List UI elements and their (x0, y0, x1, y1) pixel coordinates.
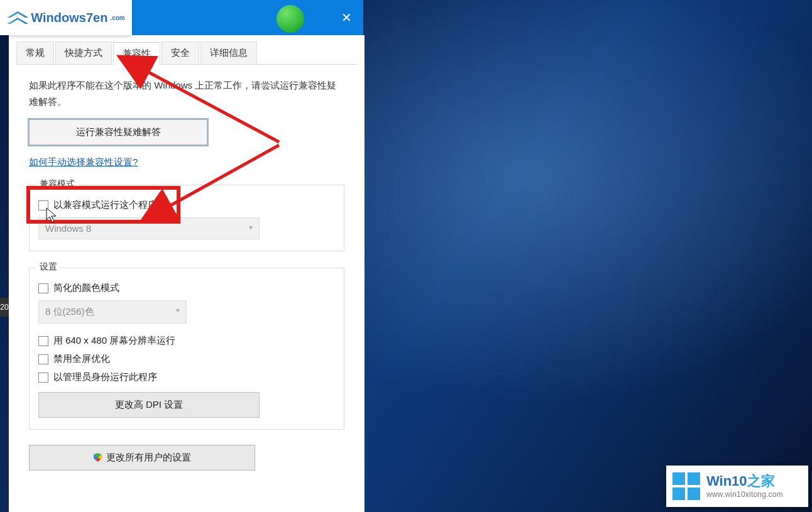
run-troubleshooter-button[interactable]: 运行兼容性疑难解答 (29, 119, 207, 145)
tab-details[interactable]: 详细信息 (200, 41, 257, 64)
close-icon: ✕ (341, 10, 352, 25)
low-res-checkbox[interactable] (38, 336, 48, 346)
disable-fullscreen-checkbox[interactable] (38, 354, 48, 364)
app-icon (277, 5, 304, 33)
windows7en-logo: Windows7en.com (7, 11, 124, 25)
change-all-users-button[interactable]: 更改所有用户的设置 (29, 445, 255, 471)
run-admin-row[interactable]: 以管理员身份运行此程序 (38, 371, 335, 383)
roof-icon (7, 11, 28, 24)
reduced-color-checkbox[interactable] (38, 283, 48, 293)
compat-mode-group: 兼容模式 以兼容模式运行这个程序: Windows 8 (29, 185, 344, 251)
compat-description: 如果此程序不能在这个版本的 Windows 上正常工作，请尝试运行兼容性疑难解答… (29, 77, 344, 109)
watermark-top-left: Windows7en.com (0, 0, 132, 35)
compat-mode-checkbox-label: 以兼容模式运行这个程序: (53, 199, 160, 211)
manual-compat-link[interactable]: 如何手动选择兼容性设置? (29, 156, 344, 168)
reduced-color-label: 简化的颜色模式 (53, 282, 119, 294)
watermark-br-url: www.win10xitong.com (706, 491, 783, 499)
watermark-tl-text: Windows7en (31, 11, 107, 25)
compat-mode-checkbox[interactable] (38, 200, 48, 210)
settings-legend: 设置 (36, 261, 61, 273)
left-edge-label: 20 (0, 298, 9, 317)
low-res-row[interactable]: 用 640 x 480 屏幕分辨率运行 (38, 335, 335, 347)
disable-fullscreen-row[interactable]: 禁用全屏优化 (38, 353, 335, 365)
low-res-label: 用 640 x 480 屏幕分辨率运行 (53, 335, 175, 347)
color-depth-select[interactable]: 8 位(256)色 (38, 300, 187, 324)
disable-fullscreen-label: 禁用全屏优化 (53, 353, 110, 365)
change-dpi-button[interactable]: 更改高 DPI 设置 (38, 392, 260, 418)
watermark-bottom-right: Win10之家 www.win10xitong.com (666, 466, 808, 507)
reduced-color-row[interactable]: 简化的颜色模式 (38, 282, 335, 294)
tab-bar: 常规 快捷方式 兼容性 安全 详细信息 (16, 41, 357, 65)
tab-general[interactable]: 常规 (16, 41, 54, 64)
windows-logo-icon (672, 472, 700, 500)
properties-dialog: 常规 快捷方式 兼容性 安全 详细信息 如果此程序不能在这个版本的 Window… (9, 35, 365, 512)
tab-shortcut[interactable]: 快捷方式 (55, 41, 112, 64)
run-admin-label: 以管理员身份运行此程序 (53, 371, 157, 383)
dialog-body: 如果此程序不能在这个版本的 Windows 上正常工作，请尝试运行兼容性疑难解答… (16, 77, 357, 471)
settings-group: 设置 简化的颜色模式 8 位(256)色 用 640 x 480 屏幕分辨率运行… (29, 268, 344, 430)
watermark-tl-com: .com (110, 14, 124, 21)
tab-security[interactable]: 安全 (162, 41, 199, 64)
compat-os-select[interactable]: Windows 8 (38, 217, 260, 239)
run-admin-checkbox[interactable] (38, 373, 48, 383)
shield-icon (94, 453, 102, 462)
tab-compatibility[interactable]: 兼容性 (113, 42, 160, 65)
compat-mode-legend: 兼容模式 (36, 178, 79, 190)
compat-mode-checkbox-row[interactable]: 以兼容模式运行这个程序: (38, 199, 335, 211)
watermark-br-title: Win10之家 (706, 474, 783, 489)
close-button[interactable]: ✕ (337, 9, 356, 26)
